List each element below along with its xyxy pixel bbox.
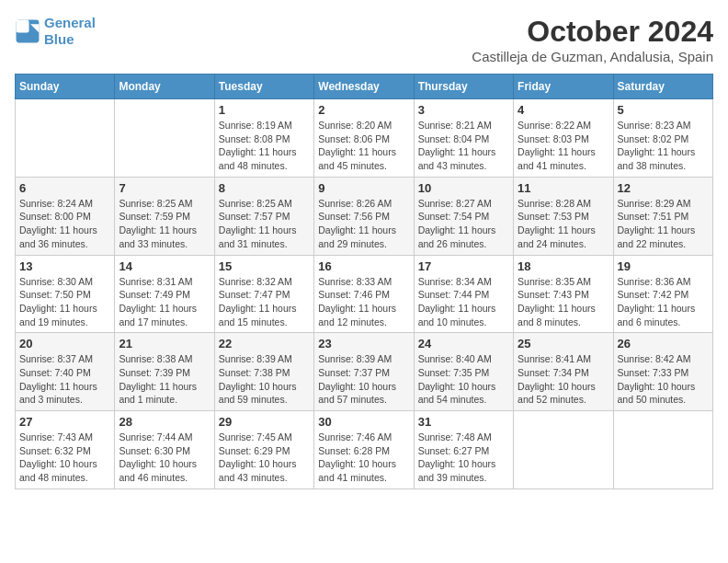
location-title: Castilleja de Guzman, Andalusia, Spain: [472, 49, 713, 64]
calendar-cell: 18Sunrise: 8:35 AM Sunset: 7:43 PM Dayli…: [514, 255, 613, 333]
day-info: Sunrise: 8:25 AM Sunset: 7:59 PM Dayligh…: [119, 197, 210, 251]
day-info: Sunrise: 8:23 AM Sunset: 8:02 PM Dayligh…: [618, 119, 709, 173]
calendar-cell: [115, 99, 214, 178]
day-number: 30: [318, 415, 409, 429]
day-info: Sunrise: 8:31 AM Sunset: 7:49 PM Dayligh…: [119, 275, 210, 329]
day-number: 3: [418, 103, 509, 117]
day-info: Sunrise: 8:25 AM Sunset: 7:57 PM Dayligh…: [219, 197, 310, 251]
calendar-cell: 7Sunrise: 8:25 AM Sunset: 7:59 PM Daylig…: [115, 177, 214, 255]
day-number: 4: [518, 103, 609, 117]
day-number: 25: [518, 337, 609, 350]
month-title: October 2024: [472, 15, 713, 49]
day-info: Sunrise: 8:26 AM Sunset: 7:56 PM Dayligh…: [318, 197, 409, 251]
col-header-saturday: Saturday: [613, 75, 712, 99]
calendar-cell: 9Sunrise: 8:26 AM Sunset: 7:56 PM Daylig…: [314, 177, 414, 255]
week-row-4: 20Sunrise: 8:37 AM Sunset: 7:40 PM Dayli…: [16, 333, 713, 411]
week-row-2: 6Sunrise: 8:24 AM Sunset: 8:00 PM Daylig…: [16, 177, 713, 255]
day-info: Sunrise: 8:28 AM Sunset: 7:53 PM Dayligh…: [518, 197, 609, 251]
col-header-tuesday: Tuesday: [214, 75, 313, 99]
day-number: 18: [518, 259, 609, 273]
calendar-cell: 28Sunrise: 7:44 AM Sunset: 6:30 PM Dayli…: [115, 411, 214, 489]
day-number: 17: [418, 259, 509, 273]
calendar-cell: 29Sunrise: 7:45 AM Sunset: 6:29 PM Dayli…: [214, 411, 313, 489]
day-info: Sunrise: 8:39 AM Sunset: 7:38 PM Dayligh…: [219, 352, 310, 407]
day-info: Sunrise: 8:21 AM Sunset: 8:04 PM Dayligh…: [418, 119, 509, 173]
day-info: Sunrise: 8:38 AM Sunset: 7:39 PM Dayligh…: [119, 352, 210, 407]
calendar-cell: 19Sunrise: 8:36 AM Sunset: 7:42 PM Dayli…: [613, 255, 712, 333]
calendar-cell: 16Sunrise: 8:33 AM Sunset: 7:46 PM Dayli…: [314, 255, 414, 333]
day-number: 16: [318, 259, 409, 273]
day-info: Sunrise: 8:42 AM Sunset: 7:33 PM Dayligh…: [618, 352, 709, 407]
calendar-cell: 17Sunrise: 8:34 AM Sunset: 7:44 PM Dayli…: [414, 255, 513, 333]
calendar-cell: [514, 411, 613, 489]
day-number: 23: [318, 337, 409, 350]
day-number: 11: [518, 181, 609, 195]
calendar-table: SundayMondayTuesdayWednesdayThursdayFrid…: [15, 74, 713, 489]
day-number: 15: [219, 259, 310, 273]
day-info: Sunrise: 7:48 AM Sunset: 6:27 PM Dayligh…: [418, 431, 509, 485]
day-number: 22: [219, 337, 310, 350]
day-info: Sunrise: 8:27 AM Sunset: 7:54 PM Dayligh…: [418, 197, 509, 251]
title-section: October 2024 Castilleja de Guzman, Andal…: [472, 15, 713, 64]
day-number: 10: [418, 181, 509, 195]
calendar-cell: 12Sunrise: 8:29 AM Sunset: 7:51 PM Dayli…: [613, 177, 712, 255]
day-info: Sunrise: 8:30 AM Sunset: 7:50 PM Dayligh…: [19, 275, 110, 329]
day-number: 21: [119, 337, 210, 350]
calendar-cell: 8Sunrise: 8:25 AM Sunset: 7:57 PM Daylig…: [214, 177, 313, 255]
day-number: 5: [618, 103, 709, 117]
day-number: 31: [418, 415, 509, 429]
day-info: Sunrise: 8:35 AM Sunset: 7:43 PM Dayligh…: [518, 275, 609, 329]
day-number: 7: [119, 181, 210, 195]
calendar-cell: 14Sunrise: 8:31 AM Sunset: 7:49 PM Dayli…: [115, 255, 214, 333]
calendar-cell: 30Sunrise: 7:46 AM Sunset: 6:28 PM Dayli…: [314, 411, 414, 489]
calendar-cell: 20Sunrise: 8:37 AM Sunset: 7:40 PM Dayli…: [16, 333, 115, 411]
day-number: 20: [19, 337, 110, 350]
day-info: Sunrise: 8:20 AM Sunset: 8:06 PM Dayligh…: [318, 119, 409, 173]
day-number: 19: [618, 259, 709, 273]
week-row-1: 1Sunrise: 8:19 AM Sunset: 8:08 PM Daylig…: [16, 99, 713, 178]
day-number: 29: [219, 415, 310, 429]
day-info: Sunrise: 8:40 AM Sunset: 7:35 PM Dayligh…: [418, 352, 509, 407]
calendar-cell: 1Sunrise: 8:19 AM Sunset: 8:08 PM Daylig…: [214, 99, 313, 178]
day-info: Sunrise: 8:37 AM Sunset: 7:40 PM Dayligh…: [19, 352, 110, 407]
calendar-cell: 5Sunrise: 8:23 AM Sunset: 8:02 PM Daylig…: [613, 99, 712, 178]
day-number: 12: [618, 181, 709, 195]
day-info: Sunrise: 8:41 AM Sunset: 7:34 PM Dayligh…: [518, 352, 609, 407]
calendar-cell: 23Sunrise: 8:39 AM Sunset: 7:37 PM Dayli…: [314, 333, 414, 411]
logo: General Blue: [15, 15, 96, 48]
day-info: Sunrise: 8:22 AM Sunset: 8:03 PM Dayligh…: [518, 119, 609, 173]
calendar-cell: 13Sunrise: 8:30 AM Sunset: 7:50 PM Dayli…: [16, 255, 115, 333]
calendar-cell: [16, 99, 115, 178]
logo-line1: General: [44, 15, 96, 30]
day-number: 14: [119, 259, 210, 273]
day-number: 6: [19, 181, 110, 195]
week-row-5: 27Sunrise: 7:43 AM Sunset: 6:32 PM Dayli…: [16, 411, 713, 489]
calendar-cell: 2Sunrise: 8:20 AM Sunset: 8:06 PM Daylig…: [314, 99, 414, 178]
day-info: Sunrise: 8:34 AM Sunset: 7:44 PM Dayligh…: [418, 275, 509, 329]
day-number: 9: [318, 181, 409, 195]
calendar-cell: 24Sunrise: 8:40 AM Sunset: 7:35 PM Dayli…: [414, 333, 513, 411]
calendar-cell: 15Sunrise: 8:32 AM Sunset: 7:47 PM Dayli…: [214, 255, 313, 333]
day-number: 28: [119, 415, 210, 429]
calendar-cell: 4Sunrise: 8:22 AM Sunset: 8:03 PM Daylig…: [514, 99, 613, 178]
calendar-cell: 10Sunrise: 8:27 AM Sunset: 7:54 PM Dayli…: [414, 177, 513, 255]
day-number: 1: [219, 103, 310, 117]
day-info: Sunrise: 8:24 AM Sunset: 8:00 PM Dayligh…: [19, 197, 110, 251]
calendar-cell: 31Sunrise: 7:48 AM Sunset: 6:27 PM Dayli…: [414, 411, 513, 489]
day-info: Sunrise: 8:39 AM Sunset: 7:37 PM Dayligh…: [318, 352, 409, 407]
calendar-cell: 22Sunrise: 8:39 AM Sunset: 7:38 PM Dayli…: [214, 333, 313, 411]
day-number: 26: [618, 337, 709, 350]
calendar-cell: 3Sunrise: 8:21 AM Sunset: 8:04 PM Daylig…: [414, 99, 513, 178]
col-header-monday: Monday: [115, 75, 214, 99]
day-info: Sunrise: 7:44 AM Sunset: 6:30 PM Dayligh…: [119, 431, 210, 485]
svg-rect-2: [17, 20, 29, 33]
week-row-3: 13Sunrise: 8:30 AM Sunset: 7:50 PM Dayli…: [16, 255, 713, 333]
col-header-thursday: Thursday: [414, 75, 513, 99]
calendar-cell: 26Sunrise: 8:42 AM Sunset: 7:33 PM Dayli…: [613, 333, 712, 411]
logo-line2: Blue: [44, 31, 74, 47]
col-header-sunday: Sunday: [16, 75, 115, 99]
calendar-cell: [613, 411, 712, 489]
calendar-cell: 21Sunrise: 8:38 AM Sunset: 7:39 PM Dayli…: [115, 333, 214, 411]
day-number: 27: [19, 415, 110, 429]
day-number: 8: [219, 181, 310, 195]
